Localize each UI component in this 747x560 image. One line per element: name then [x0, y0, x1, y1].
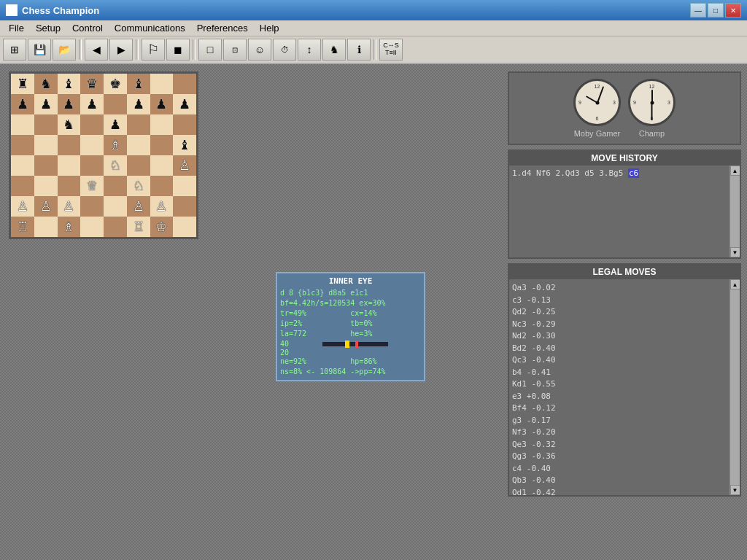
cell-r3-c0[interactable]	[11, 135, 34, 155]
cell-r2-c6[interactable]	[150, 114, 174, 135]
rewind-button[interactable]: ◀	[85, 39, 108, 61]
legal-move-5[interactable]: Bd2 -0.40	[512, 343, 727, 355]
legal-move-11[interactable]: g3 -0.17	[512, 415, 727, 427]
cs-button[interactable]: C↔ST≡II	[379, 39, 403, 61]
cell-r0-c6[interactable]	[150, 74, 174, 94]
legal-moves-scrollbar[interactable]: ▲ ▼	[729, 279, 740, 495]
cell-r3-c5[interactable]	[127, 135, 150, 155]
cell-r2-c2[interactable]: ♞	[58, 114, 81, 135]
info-button[interactable]: ℹ	[347, 39, 371, 61]
menu-setup[interactable]: Setup	[30, 21, 66, 35]
forward-button[interactable]: ▶	[109, 39, 133, 61]
legal-move-17[interactable]: Qd1 -0.42	[512, 487, 727, 496]
open-button[interactable]: 📂	[53, 39, 76, 61]
cell-r7-c0[interactable]: ♖	[11, 217, 34, 237]
cell-r0-c0[interactable]: ♜	[11, 74, 34, 94]
menu-control[interactable]: Control	[66, 21, 109, 35]
menu-file[interactable]: File	[3, 21, 30, 35]
cell-r0-c5[interactable]: ♝	[127, 74, 150, 94]
cell-r1-c6[interactable]: ♟	[150, 94, 174, 114]
square-button[interactable]: □	[198, 39, 222, 61]
clock-button[interactable]: ⏱	[273, 39, 296, 61]
cell-r7-c5[interactable]: ♖	[127, 217, 150, 237]
legal-move-1[interactable]: c3 -0.13	[512, 295, 727, 307]
cell-r3-c3[interactable]	[80, 135, 104, 155]
cell-r6-c2[interactable]: ♙	[58, 196, 81, 217]
cell-r6-c5[interactable]: ♙	[127, 196, 150, 217]
cell-r4-c6[interactable]	[150, 155, 174, 176]
cell-r1-c2[interactable]: ♟	[58, 94, 81, 114]
legal-move-12[interactable]: Nf3 -0.20	[512, 427, 727, 439]
cell-r2-c7[interactable]	[173, 114, 196, 135]
cell-r3-c2[interactable]	[58, 135, 81, 155]
cell-r5-c5[interactable]: ♘	[127, 176, 150, 196]
chess-board-area[interactable]: ♜♞♝♛♚♝♟♟♟♟♟♟♟♞♟♗♝♘♙♕♘♙♙♙♙♙♖♗♖♔	[9, 71, 198, 239]
legal-move-14[interactable]: Qg3 -0.36	[512, 451, 727, 463]
cell-r0-c3[interactable]: ♛	[80, 74, 104, 94]
cell-r2-c1[interactable]	[34, 114, 58, 135]
cell-r6-c3[interactable]	[80, 196, 104, 217]
cell-r4-c7[interactable]: ♙	[173, 155, 196, 176]
cell-r7-c6[interactable]: ♔	[150, 217, 174, 237]
cell-r7-c1[interactable]	[34, 217, 58, 237]
cell-r3-c6[interactable]	[150, 135, 174, 155]
scroll-down-arrow-history[interactable]: ▼	[730, 247, 740, 257]
cell-r4-c4[interactable]: ♘	[104, 155, 127, 176]
minimize-button[interactable]: —	[690, 3, 706, 18]
legal-move-15[interactable]: c4 -0.40	[512, 463, 727, 475]
cell-r6-c6[interactable]: ♙	[150, 196, 174, 217]
legal-move-0[interactable]: Qa3 -0.02	[512, 282, 727, 295]
cell-r2-c5[interactable]	[127, 114, 150, 135]
cell-r6-c0[interactable]: ♙	[11, 196, 34, 217]
arrow-button[interactable]: ↕	[298, 39, 321, 61]
close-button[interactable]: ✕	[725, 3, 741, 18]
cell-r3-c1[interactable]	[34, 135, 58, 155]
cell-r6-c1[interactable]: ♙	[34, 196, 58, 217]
cell-r7-c7[interactable]	[173, 217, 196, 237]
scroll-up-arrow-legal[interactable]: ▲	[730, 279, 740, 289]
cell-r1-c7[interactable]: ♟	[173, 94, 196, 114]
scroll-down-arrow-legal[interactable]: ▼	[730, 485, 740, 495]
face-button[interactable]: ☺	[248, 39, 271, 61]
move-history-content[interactable]: 1.d4 Nf6 2.Qd3 d5 3.Bg5 c6	[509, 166, 729, 257]
legal-move-8[interactable]: Kd1 -0.55	[512, 378, 727, 391]
cell-r5-c0[interactable]	[11, 176, 34, 196]
legal-move-6[interactable]: Qc3 -0.40	[512, 354, 727, 367]
move-history-scrollbar[interactable]: ▲ ▼	[729, 166, 740, 257]
cell-r5-c7[interactable]	[173, 176, 196, 196]
legal-move-16[interactable]: Qb3 -0.40	[512, 475, 727, 487]
cell-r5-c4[interactable]	[104, 176, 127, 196]
board-button[interactable]: ⊞	[3, 39, 26, 61]
cell-r4-c2[interactable]	[58, 155, 81, 176]
cell-r2-c0[interactable]	[11, 114, 34, 135]
menu-communications[interactable]: Communications	[109, 21, 191, 35]
cell-r4-c1[interactable]	[34, 155, 58, 176]
cell-r5-c1[interactable]	[34, 176, 58, 196]
legal-move-10[interactable]: Bf4 -0.12	[512, 402, 727, 415]
cell-r0-c4[interactable]: ♚	[104, 74, 127, 94]
cell-r1-c3[interactable]: ♟	[80, 94, 104, 114]
cell-r6-c4[interactable]	[104, 196, 127, 217]
cell-r4-c5[interactable]	[127, 155, 150, 176]
legal-move-7[interactable]: b4 -0.41	[512, 367, 727, 379]
cell-r2-c3[interactable]	[80, 114, 104, 135]
cell-r4-c3[interactable]	[80, 155, 104, 176]
legal-move-13[interactable]: Qe3 -0.32	[512, 439, 727, 451]
scroll-up-arrow-history[interactable]: ▲	[730, 166, 740, 176]
cell-r1-c1[interactable]: ♟	[34, 94, 58, 114]
cell-r1-c5[interactable]: ♟	[127, 94, 150, 114]
cell-r0-c2[interactable]: ♝	[58, 74, 81, 94]
cell-r7-c3[interactable]	[80, 217, 104, 237]
cell-r3-c7[interactable]: ♝	[173, 135, 196, 155]
save-button[interactable]: 💾	[28, 39, 51, 61]
cell-r7-c4[interactable]	[104, 217, 127, 237]
legal-move-4[interactable]: Nd2 -0.30	[512, 330, 727, 343]
cell-r1-c4[interactable]	[104, 94, 127, 114]
cell-r0-c7[interactable]	[173, 74, 196, 94]
grid-button[interactable]: ⊡	[223, 39, 247, 61]
knight-button[interactable]: ♞	[322, 39, 346, 61]
stop-button[interactable]: ◼	[166, 39, 190, 61]
legal-moves-content[interactable]: Qa3 -0.02c3 -0.13Qd2 -0.25Nc3 -0.29Nd2 -…	[509, 279, 729, 495]
cell-r5-c6[interactable]	[150, 176, 174, 196]
legal-move-3[interactable]: Nc3 -0.29	[512, 319, 727, 331]
